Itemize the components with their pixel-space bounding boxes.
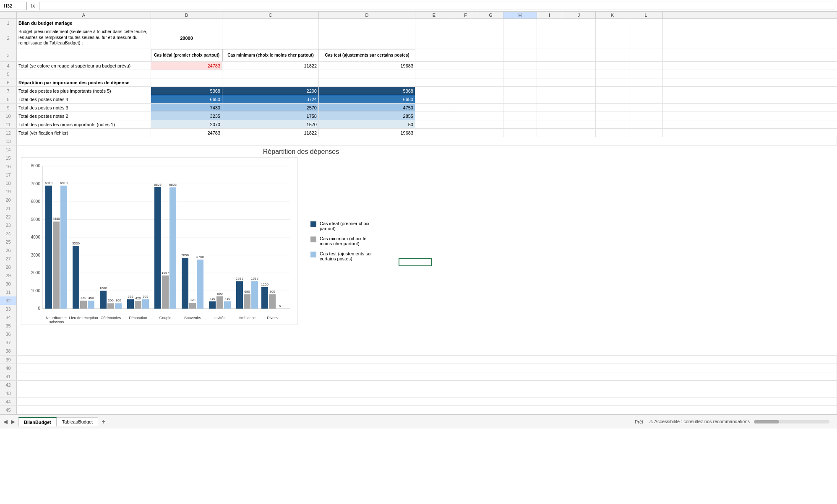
cell-b10[interactable]: 3235	[151, 112, 222, 120]
col-h[interactable]: H	[503, 12, 537, 18]
cell-f1[interactable]	[453, 19, 478, 27]
cell-a11[interactable]: Total des postes les moins importants (n…	[17, 120, 151, 128]
cell-c8[interactable]: 3724	[222, 95, 319, 103]
cell-i6[interactable]	[537, 78, 562, 86]
col-f[interactable]: F	[453, 12, 478, 18]
cell-k2[interactable]	[596, 27, 629, 49]
cell-b8[interactable]: 6680	[151, 95, 222, 103]
cell-d2[interactable]	[319, 27, 415, 49]
tab-nav-next[interactable]: ▶	[11, 418, 15, 425]
cell-f11[interactable]	[453, 120, 478, 128]
cell-a9[interactable]: Total des postes notés 3	[17, 104, 151, 112]
cell-c5[interactable]	[222, 70, 319, 78]
col-b[interactable]: B	[151, 12, 222, 18]
cell-j3[interactable]	[562, 49, 596, 61]
cell-i3[interactable]	[537, 49, 562, 61]
cell-b1[interactable]	[151, 19, 222, 27]
cell-a6[interactable]: Répartition par importance des postes de…	[17, 78, 151, 86]
cell-41[interactable]	[17, 372, 837, 380]
cell-l7[interactable]	[629, 87, 663, 95]
cell-e7[interactable]	[415, 87, 453, 95]
cell-k5[interactable]	[596, 70, 629, 78]
cell-43[interactable]	[17, 389, 837, 397]
cell-h7[interactable]	[503, 87, 537, 95]
col-c[interactable]: C	[222, 12, 319, 18]
cell-h9[interactable]	[503, 104, 537, 112]
cell-d11[interactable]: 50	[319, 120, 415, 128]
cell-a2[interactable]: Budget prévu initialement (seule case à …	[17, 27, 151, 49]
cell-42[interactable]	[17, 381, 837, 389]
cell-c4[interactable]: 11822	[222, 62, 319, 70]
col-e[interactable]: E	[415, 12, 453, 18]
cell-f4[interactable]	[453, 62, 478, 70]
cell-e6[interactable]	[415, 78, 453, 86]
cell-h2[interactable]	[503, 27, 537, 49]
cell-b7[interactable]: 5368	[151, 87, 222, 95]
cell-j7[interactable]	[562, 87, 596, 95]
cell-b5[interactable]	[151, 70, 222, 78]
cell-h11[interactable]	[503, 120, 537, 128]
cell-g4[interactable]	[478, 62, 503, 70]
cell-d6[interactable]	[319, 78, 415, 86]
cell-b6[interactable]	[151, 78, 222, 86]
cell-d12[interactable]: 19683	[319, 129, 415, 137]
cell-g9[interactable]	[478, 104, 503, 112]
cell-e10[interactable]	[415, 112, 453, 120]
cell-f3[interactable]	[453, 49, 478, 61]
cell-f10[interactable]	[453, 112, 478, 120]
cell-i4[interactable]	[537, 62, 562, 70]
cell-a10[interactable]: Total des postes notés 2	[17, 112, 151, 120]
cell-c11[interactable]: 1570	[222, 120, 319, 128]
cell-d4[interactable]: 19683	[319, 62, 415, 70]
tab-nav-prev[interactable]: ◀	[3, 418, 8, 425]
cell-i11[interactable]	[537, 120, 562, 128]
cell-c10[interactable]: 1758	[222, 112, 319, 120]
cell-e4[interactable]	[415, 62, 453, 70]
cell-44[interactable]	[17, 397, 837, 405]
cell-e1[interactable]	[415, 19, 453, 27]
cell-j12[interactable]	[562, 129, 596, 137]
cell-l12[interactable]	[629, 129, 663, 137]
cell-f9[interactable]	[453, 104, 478, 112]
tab-bilanbudget[interactable]: BilanBudget	[18, 417, 57, 426]
cell-c12[interactable]: 11822	[222, 129, 319, 137]
cell-k11[interactable]	[596, 120, 629, 128]
cell-h6[interactable]	[503, 78, 537, 86]
cell-g1[interactable]	[478, 19, 503, 27]
cell-k6[interactable]	[596, 78, 629, 86]
cell-d3[interactable]: Cas test (ajustements sur certains poste…	[319, 49, 415, 61]
cell-f2[interactable]	[453, 27, 478, 49]
cell-g10[interactable]	[478, 112, 503, 120]
col-g[interactable]: G	[478, 12, 503, 18]
cell-g3[interactable]	[478, 49, 503, 61]
scrollbar-thumb[interactable]	[754, 420, 779, 423]
cell-h8[interactable]	[503, 95, 537, 103]
col-j[interactable]: J	[562, 12, 596, 18]
cell-l11[interactable]	[629, 120, 663, 128]
cell-l6[interactable]	[629, 78, 663, 86]
cell-j9[interactable]	[562, 104, 596, 112]
cell-k1[interactable]	[596, 19, 629, 27]
cell-h12[interactable]	[503, 129, 537, 137]
cell-i8[interactable]	[537, 95, 562, 103]
cell-l3[interactable]	[629, 49, 663, 61]
cell-j11[interactable]	[562, 120, 596, 128]
cell-j1[interactable]	[562, 19, 596, 27]
selected-cell-h32[interactable]	[399, 258, 432, 325]
cell-a3[interactable]	[17, 49, 151, 61]
cell-c9[interactable]: 2570	[222, 104, 319, 112]
col-a[interactable]: A	[17, 12, 151, 18]
cell-i7[interactable]	[537, 87, 562, 95]
cell-g6[interactable]	[478, 78, 503, 86]
cell-a4[interactable]: Total (se colore en rouge si supérieur a…	[17, 62, 151, 70]
cell-e5[interactable]	[415, 70, 453, 78]
cell-d5[interactable]	[319, 70, 415, 78]
cell-c3[interactable]: Cas minimum (choix le moins cher partout…	[222, 49, 319, 61]
cell-i2[interactable]	[537, 27, 562, 49]
cell-e11[interactable]	[415, 120, 453, 128]
cell-k9[interactable]	[596, 104, 629, 112]
cell-l4[interactable]	[629, 62, 663, 70]
col-l[interactable]: L	[629, 12, 663, 18]
col-k[interactable]: K	[596, 12, 629, 18]
cell-a12[interactable]: Total (vérification fichier)	[17, 129, 151, 137]
